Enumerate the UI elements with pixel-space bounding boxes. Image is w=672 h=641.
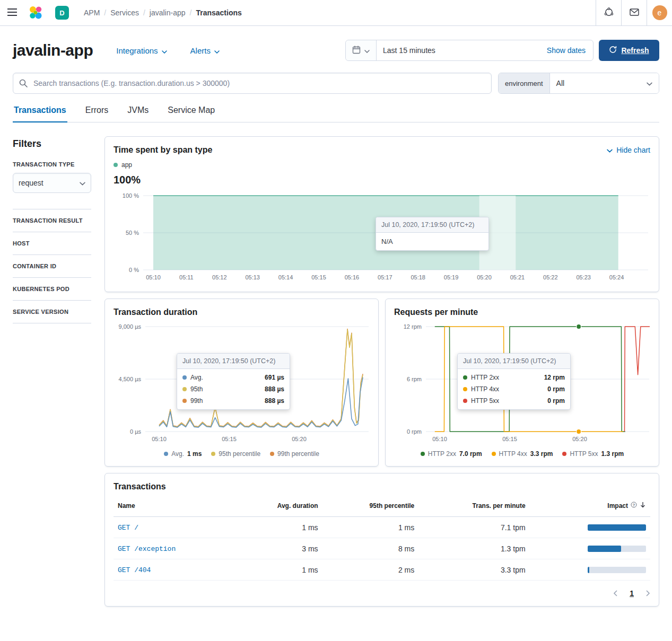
tooltip-value: N/A xyxy=(376,233,488,250)
environment-filter: environment All xyxy=(498,73,659,94)
alerts-menu[interactable]: Alerts xyxy=(190,46,220,55)
sort-descending-icon xyxy=(640,502,646,510)
breadcrumb-apm[interactable]: APM xyxy=(84,8,100,17)
requests-per-minute-legend: HTTP 2xx 7.0 rpm HTTP 4xx 3.3 rpm HTTP 5… xyxy=(394,450,650,458)
svg-text:05:10: 05:10 xyxy=(152,436,167,442)
tab-service-map[interactable]: Service Map xyxy=(167,106,216,122)
svg-text:05:15: 05:15 xyxy=(311,274,326,280)
svg-text:05:14: 05:14 xyxy=(278,274,293,280)
chevron-down-icon xyxy=(607,146,613,154)
integrations-menu[interactable]: Integrations xyxy=(116,46,167,55)
svg-text:05:23: 05:23 xyxy=(576,274,591,280)
breadcrumb-separator: / xyxy=(190,8,192,17)
chevron-down-icon xyxy=(80,179,85,187)
time-spent-title: Time spent by span type xyxy=(114,145,212,155)
legend-item-http-4xx[interactable]: HTTP 4xx 3.3 rpm xyxy=(492,450,553,458)
column-header-name[interactable]: Name xyxy=(114,495,233,517)
calendar-icon xyxy=(352,46,361,56)
topbar-actions: e xyxy=(596,0,672,25)
legend-item-http-2xx[interactable]: HTTP 2xx 7.0 rpm xyxy=(421,450,482,458)
legend-dot xyxy=(182,375,187,380)
transaction-duration-panel: Transaction duration 9,000 µs4,500 µs0 µ… xyxy=(104,298,379,467)
column-header-95th-percentile[interactable]: 95th percentile xyxy=(322,495,419,517)
info-icon[interactable]: ? xyxy=(631,502,637,510)
svg-text:05:16: 05:16 xyxy=(345,274,360,280)
legend-item-avg[interactable]: Avg. 1 ms xyxy=(164,450,202,458)
transactions-table-title: Transactions xyxy=(114,482,650,491)
legend-dot xyxy=(182,399,187,403)
page-header: javalin-app Integrations Alerts xyxy=(13,40,659,61)
legend-item-http-5xx[interactable]: HTTP 5xx 1.3 rpm xyxy=(562,450,624,458)
deployment-badge[interactable]: D xyxy=(55,6,69,20)
svg-text:05:10: 05:10 xyxy=(432,436,447,442)
filters-title: Filters xyxy=(13,138,91,150)
refresh-button[interactable]: Refresh xyxy=(599,40,659,61)
breadcrumb-services[interactable]: Services xyxy=(110,8,139,17)
filter-section-kubernetes-pod[interactable]: KUBERNETES POD xyxy=(13,277,91,300)
environment-select[interactable]: All xyxy=(550,73,659,93)
svg-text:05:20: 05:20 xyxy=(292,436,307,442)
hamburger-icon xyxy=(7,8,17,17)
requests-per-minute-panel: Requests per minute 12 rpm6 rpm0 rpm05:1… xyxy=(385,298,659,467)
svg-text:0 rpm: 0 rpm xyxy=(407,428,422,435)
quick-select-button[interactable] xyxy=(346,40,377,60)
transaction-link[interactable]: GET /404 xyxy=(118,566,151,574)
user-avatar[interactable]: e xyxy=(652,5,667,20)
svg-text:05:17: 05:17 xyxy=(378,274,392,280)
svg-text:4,500 µs: 4,500 µs xyxy=(119,376,142,382)
search-icon xyxy=(19,79,28,89)
chart-tooltip: Jul 10, 2020, 17:19:50 (UTC+2) HTTP 2xx … xyxy=(457,353,571,410)
newsfeed-button[interactable] xyxy=(622,0,647,25)
transactions-table: Name Avg. duration 95th percentile Trans… xyxy=(114,495,650,581)
tab-jvms[interactable]: JVMs xyxy=(126,106,150,122)
chevron-down-icon xyxy=(214,46,220,55)
page-title: javalin-app xyxy=(13,41,93,59)
filter-section-host[interactable]: HOST xyxy=(13,232,91,254)
envelope-icon xyxy=(630,8,639,17)
svg-text:05:24: 05:24 xyxy=(609,274,624,280)
svg-text:05:21: 05:21 xyxy=(510,274,525,280)
svg-text:05:15: 05:15 xyxy=(222,436,237,442)
hide-chart-button[interactable]: Hide chart xyxy=(607,146,650,154)
tab-transactions[interactable]: Transactions xyxy=(13,106,67,122)
svg-text:50 %: 50 % xyxy=(126,230,139,236)
time-spent-legend: app xyxy=(114,161,650,169)
svg-text:?: ? xyxy=(633,503,635,507)
column-header-avg-duration[interactable]: Avg. duration xyxy=(233,495,322,517)
legend-dot xyxy=(463,399,467,403)
search-transactions-input[interactable] xyxy=(13,73,492,94)
breadcrumb-separator: / xyxy=(104,8,106,17)
page-number-1[interactable]: 1 xyxy=(630,589,634,598)
column-header-impact[interactable]: Impact ? xyxy=(530,495,650,517)
svg-text:05:20: 05:20 xyxy=(477,274,492,280)
tab-errors[interactable]: Errors xyxy=(84,106,110,122)
legend-item-95th[interactable]: 95th percentile xyxy=(211,450,260,458)
svg-text:05:19: 05:19 xyxy=(444,274,459,280)
transaction-type-select[interactable]: request xyxy=(13,173,91,193)
chevron-down-icon xyxy=(647,79,652,87)
next-page-button[interactable] xyxy=(645,590,650,596)
filter-section-container-id[interactable]: CONTAINER ID xyxy=(13,254,91,277)
filter-section-transaction-result[interactable]: TRANSACTION RESULT xyxy=(13,209,91,232)
legend-item-99th[interactable]: 99th percentile xyxy=(270,450,319,458)
chevron-down-icon xyxy=(162,46,167,55)
time-range-value[interactable]: Last 15 minutes xyxy=(377,46,547,55)
transaction-row: GET / 1 ms 1 ms 7.1 tpm xyxy=(114,517,650,538)
help-button[interactable] xyxy=(596,0,621,25)
filter-section-service-version[interactable]: SERVICE VERSION xyxy=(13,300,91,323)
date-picker: Last 15 minutes Show dates xyxy=(345,40,594,61)
transaction-row: GET /exception 3 ms 8 ms 1.3 tpm xyxy=(114,538,650,559)
transaction-link[interactable]: GET / xyxy=(118,524,138,532)
transaction-link[interactable]: GET /exception xyxy=(118,545,176,553)
legend-dot xyxy=(164,452,168,456)
column-header-trans-per-minute[interactable]: Trans. per minute xyxy=(418,495,529,517)
breadcrumb-service-name[interactable]: javalin-app xyxy=(150,8,186,17)
environment-label: environment xyxy=(499,73,550,93)
transaction-duration-legend: Avg. 1 ms 95th percentile 99th percentil… xyxy=(114,450,370,458)
menu-button[interactable] xyxy=(0,0,24,25)
show-dates-button[interactable]: Show dates xyxy=(547,46,593,55)
previous-page-button[interactable] xyxy=(613,590,618,596)
svg-text:0 µs: 0 µs xyxy=(130,428,142,435)
impact-bar xyxy=(588,524,646,531)
filters-sidebar: Filters TRANSACTION TYPE request TRANSAC… xyxy=(13,136,91,607)
